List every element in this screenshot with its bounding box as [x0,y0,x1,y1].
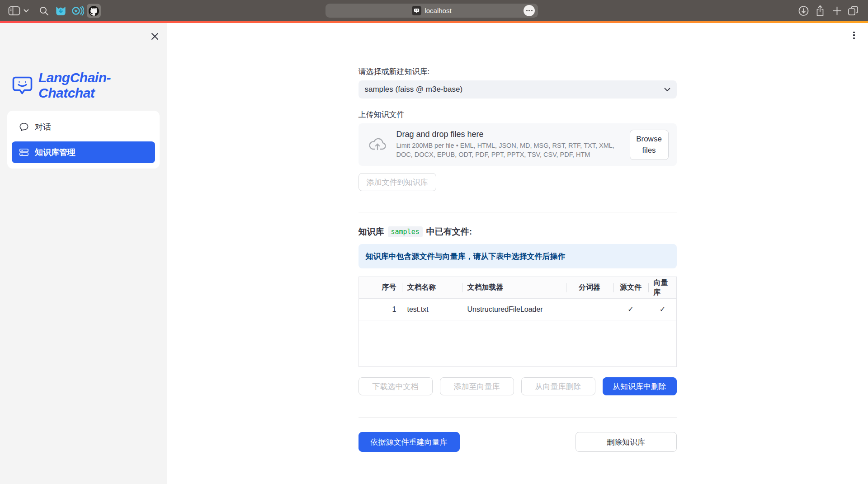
new-tab-icon[interactable] [832,6,842,15]
rings-extension-icon[interactable] [71,5,84,17]
address-bar[interactable]: localhost [326,4,538,18]
stack-icon [19,147,29,157]
kb-management-content: 请选择或新建知识库: samples (faiss @ m3e-base) 上传… [359,23,677,488]
add-files-to-kb-button[interactable]: 添加文件到知识库 [359,173,436,191]
upload-label: 上传知识文件 [359,109,677,120]
browse-files-button[interactable]: Browse files [630,130,669,160]
kb-select-value: samples (faiss @ m3e-base) [365,85,463,94]
cell-source-check: ✓ [613,299,648,320]
chat-bubble-icon [19,122,29,132]
download-icon[interactable] [798,5,809,16]
github-extension-icon[interactable] [87,4,101,18]
browser-toolbar: localhost [0,0,868,21]
info-banner: 知识库中包含源文件与向量库，请从下表中选择文件后操作 [359,244,677,268]
sidebar-toggle-icon[interactable] [8,5,20,16]
chevron-down-icon[interactable] [24,9,29,13]
row-actions: 下载选中文档 添加至向量库 从向量库删除 从知识库中删除 [359,377,677,395]
tab-overview-icon[interactable] [847,5,859,16]
delete-kb-button[interactable]: 删除知识库 [576,432,677,452]
cell-loader: UnstructuredFileLoader [462,299,566,320]
rebuild-vector-store-button[interactable]: 依据源文件重建向量库 [359,432,460,452]
sidebar-item-dialogue[interactable]: 对话 [12,116,155,138]
cell-vector-check: ✓ [648,299,677,320]
col-header-index[interactable]: 序号 [359,277,402,298]
sidebar-item-label: 对话 [35,122,51,132]
search-icon[interactable] [38,5,49,16]
files-table: 序号 文档名称 文档加载器 分词器 源文件 向量库 1 test.txt Uns… [359,277,677,367]
table-row[interactable]: 1 test.txt UnstructuredFileLoader ✓ ✓ [359,299,676,320]
close-icon[interactable] [148,29,161,43]
sidebar-menu: 对话 知识库管理 [7,111,160,169]
sidebar-item-label: 知识库管理 [35,147,75,158]
col-header-splitter[interactable]: 分词器 [566,277,613,298]
dropzone-limit: Limit 200MB per file • EML, HTML, JSON, … [396,141,623,159]
sidebar: LangChain-Chatchat 对话 [0,23,167,488]
sidebar-item-kb-management[interactable]: 知识库管理 [12,141,155,163]
delete-from-kb-button[interactable]: 从知识库中删除 [603,377,677,395]
kb-name-code: samples [388,226,423,237]
add-to-vector-store-button[interactable]: 添加至向量库 [440,377,514,395]
cell-splitter [566,299,613,320]
cell-name: test.txt [402,299,462,320]
ellipsis-badge-icon[interactable] [524,5,535,16]
table-header-row: 序号 文档名称 文档加载器 分词器 源文件 向量库 [359,277,676,299]
col-header-source[interactable]: 源文件 [613,277,648,298]
address-url: localhost [425,7,451,14]
chat-smiley-bubble-icon [12,75,33,96]
site-favicon [412,6,421,15]
col-header-loader[interactable]: 文档加载器 [462,277,566,298]
files-heading-prefix: 知识库 [359,226,384,238]
dropzone-text: Drag and drop files here Limit 200MB per… [396,130,623,159]
cell-index: 1 [359,299,402,320]
main-area: 请选择或新建知识库: samples (faiss @ m3e-base) 上传… [167,23,868,488]
cloud-upload-icon [368,137,387,152]
col-header-name[interactable]: 文档名称 [402,277,462,298]
delete-from-vector-store-button[interactable]: 从向量库删除 [521,377,595,395]
col-header-vector[interactable]: 向量库 [648,277,677,298]
share-icon[interactable] [815,5,826,17]
kb-select-label: 请选择或新建知识库: [359,66,677,77]
app-logo: LangChain-Chatchat [0,23,167,101]
app-page: LangChain-Chatchat 对话 [0,23,868,488]
divider [359,417,677,418]
chevron-down-icon [664,88,670,92]
dropzone-title: Drag and drop files here [396,130,623,139]
kb-actions: 依据源文件重建向量库 删除知识库 [359,432,677,452]
files-heading-suffix: 中已有文件: [426,226,472,238]
file-dropzone[interactable]: Drag and drop files here Limit 200MB per… [359,123,677,166]
download-selected-button[interactable]: 下载选中文档 [359,377,433,395]
kebab-menu-icon[interactable] [848,28,860,42]
app-logo-text: LangChain-Chatchat [38,70,167,101]
cat-extension-icon[interactable] [55,5,67,17]
files-heading: 知识库 samples 中已有文件: [359,226,677,238]
divider [359,212,677,212]
kb-select[interactable]: samples (faiss @ m3e-base) [359,80,677,99]
